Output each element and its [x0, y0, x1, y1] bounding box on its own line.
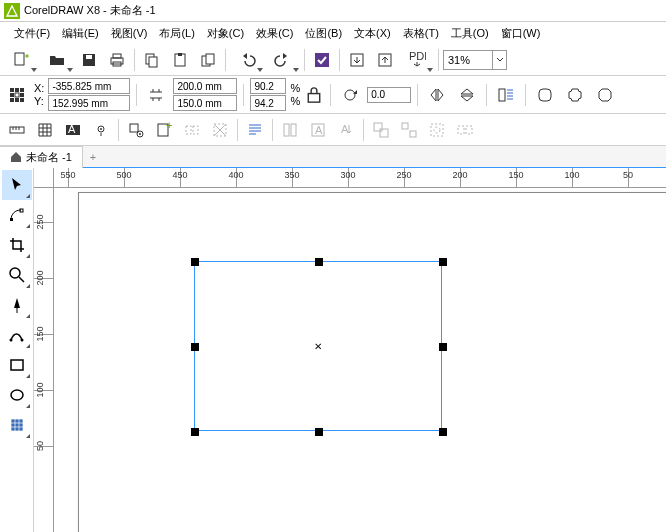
titlebar: CorelDRAW X8 - 未命名 -1 — [0, 0, 666, 22]
text-frame-button[interactable]: A — [305, 117, 331, 143]
menu-tools[interactable]: 工具(O) — [445, 23, 495, 44]
copy-button[interactable] — [139, 47, 165, 73]
save-button[interactable] — [76, 47, 102, 73]
property-bar: X:Y: %% — [0, 76, 666, 114]
menu-object[interactable]: 对象(C) — [201, 23, 250, 44]
object-manager-button[interactable]: + — [151, 117, 177, 143]
open-button[interactable] — [40, 47, 74, 73]
rectangle-tool[interactable] — [2, 350, 32, 380]
svg-rect-11 — [178, 53, 182, 56]
publish-pdf-button[interactable]: PDF — [400, 47, 434, 73]
svg-text:+: + — [166, 121, 172, 131]
horizontal-ruler[interactable]: 55050045040035030025020015010050 — [54, 168, 666, 188]
selection-handle[interactable] — [315, 428, 323, 436]
print-button[interactable] — [104, 47, 130, 73]
export-button[interactable] — [372, 47, 398, 73]
svg-rect-29 — [499, 89, 505, 101]
mirror-v-button[interactable] — [454, 82, 480, 108]
duplicate-button[interactable] — [195, 47, 221, 73]
ruler-settings-button[interactable] — [4, 117, 30, 143]
selection-handle[interactable] — [439, 428, 447, 436]
selection-handle[interactable] — [439, 258, 447, 266]
menu-layout[interactable]: 布局(L) — [153, 23, 200, 44]
selection-handle[interactable] — [191, 343, 199, 351]
break-apart-button[interactable] — [452, 117, 478, 143]
menu-text[interactable]: 文本(X) — [348, 23, 397, 44]
svg-rect-78 — [11, 419, 23, 431]
position-block: X:Y: — [34, 78, 130, 111]
selection-rectangle[interactable]: ✕ — [194, 261, 442, 431]
window-title: CorelDRAW X8 - 未命名 -1 — [24, 3, 156, 18]
menu-file[interactable]: 文件(F) — [8, 23, 56, 44]
object-origin-button[interactable] — [4, 82, 30, 108]
scale-x-input[interactable] — [250, 78, 286, 94]
wrap-text-button[interactable] — [493, 82, 519, 108]
chamfered-corners-button[interactable] — [592, 82, 618, 108]
undo-button[interactable] — [230, 47, 264, 73]
text-direction-button[interactable]: A — [333, 117, 359, 143]
combine-button[interactable] — [424, 117, 450, 143]
document-tab[interactable]: 未命名 -1 — [0, 146, 83, 168]
svg-point-66 — [434, 127, 440, 133]
redo-button[interactable] — [266, 47, 300, 73]
width-input[interactable] — [173, 78, 237, 94]
ellipse-tool[interactable] — [2, 380, 32, 410]
lock-ratio-button[interactable] — [304, 85, 324, 105]
mirror-h-button[interactable] — [424, 82, 450, 108]
new-button[interactable] — [4, 47, 38, 73]
group-button[interactable] — [368, 117, 394, 143]
grid-button[interactable] — [32, 117, 58, 143]
object-props-button[interactable] — [123, 117, 149, 143]
selection-handle[interactable] — [191, 258, 199, 266]
rotation-input[interactable] — [367, 87, 411, 103]
zoom-tool[interactable] — [2, 260, 32, 290]
zoom-level[interactable] — [443, 50, 507, 70]
menu-view[interactable]: 视图(V) — [105, 23, 154, 44]
crop-tool[interactable] — [2, 230, 32, 260]
extra-toolbar: A + A A — [0, 114, 666, 146]
svg-rect-56 — [284, 124, 289, 136]
freehand-tool[interactable] — [2, 290, 32, 320]
canvas-area: 55050045040035030025020015010050 2502001… — [34, 168, 666, 532]
ungroup-button[interactable] — [396, 117, 422, 143]
text-on-path-button[interactable]: A — [60, 117, 86, 143]
svg-point-28 — [345, 90, 355, 100]
scalloped-corners-button[interactable] — [562, 82, 588, 108]
svg-rect-23 — [20, 93, 24, 97]
menu-bitmap[interactable]: 位图(B) — [299, 23, 348, 44]
ruler-origin[interactable] — [34, 168, 54, 188]
x-position-input[interactable] — [48, 78, 130, 94]
artistic-media-tool[interactable] — [2, 320, 32, 350]
svg-point-77 — [11, 390, 23, 400]
shape-tool[interactable] — [2, 200, 32, 230]
import-button[interactable] — [344, 47, 370, 73]
pick-tool[interactable] — [2, 170, 32, 200]
rotation-icon — [337, 82, 363, 108]
align-distribute-button[interactable] — [179, 117, 205, 143]
scale-y-input[interactable] — [250, 95, 286, 111]
round-corners-button[interactable] — [532, 82, 558, 108]
paste-button[interactable] — [167, 47, 193, 73]
document-tabstrip: 未命名 -1 + — [0, 146, 666, 168]
height-input[interactable] — [173, 95, 237, 111]
selection-handle[interactable] — [315, 258, 323, 266]
eye-dropper-button[interactable] — [88, 117, 114, 143]
zoom-input[interactable] — [444, 51, 492, 69]
svg-point-74 — [9, 339, 12, 342]
columns-button[interactable] — [277, 117, 303, 143]
y-position-input[interactable] — [48, 95, 130, 111]
menu-window[interactable]: 窗口(W) — [495, 23, 547, 44]
add-tab-button[interactable]: + — [83, 151, 103, 163]
zoom-dropdown-icon[interactable] — [492, 51, 506, 69]
polygon-tool[interactable] — [2, 410, 32, 440]
text-align-button[interactable] — [242, 117, 268, 143]
menu-effect[interactable]: 效果(C) — [250, 23, 299, 44]
search-content-button[interactable] — [309, 47, 335, 73]
menu-edit[interactable]: 编辑(E) — [56, 23, 105, 44]
canvas[interactable]: ✕ — [54, 188, 666, 532]
vertical-ruler[interactable]: 25020015010050 — [34, 188, 54, 532]
menu-table[interactable]: 表格(T) — [397, 23, 445, 44]
selection-handle[interactable] — [191, 428, 199, 436]
selection-handle[interactable] — [439, 343, 447, 351]
weld-button[interactable] — [207, 117, 233, 143]
